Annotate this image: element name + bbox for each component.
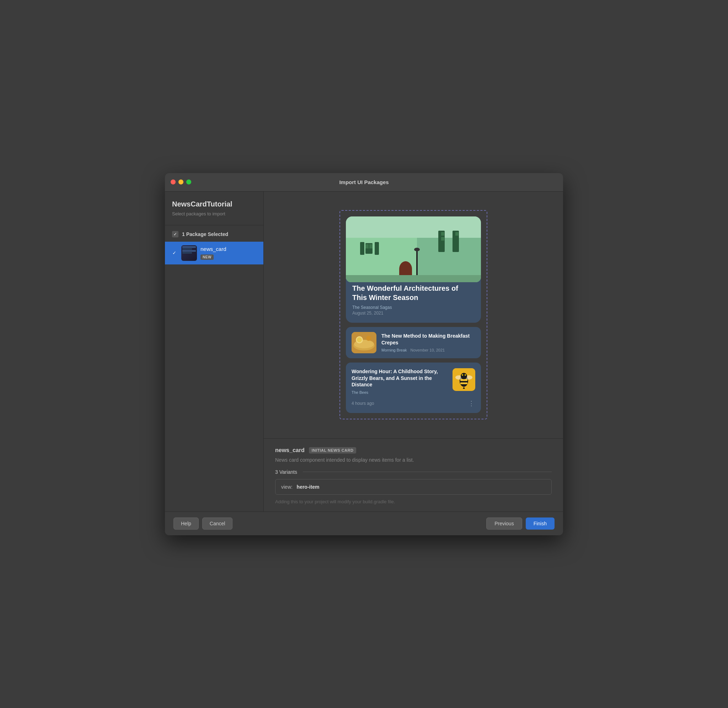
info-variant-box: view: hero-item	[275, 479, 552, 495]
minimize-button[interactable]	[178, 180, 183, 184]
item-name: news_card	[200, 246, 258, 252]
maximize-button[interactable]	[186, 180, 191, 184]
finish-button[interactable]: Finish	[526, 518, 554, 530]
cancel-button[interactable]: Cancel	[202, 518, 233, 530]
bottom-card-text: Wondering Hour: A Childhood Story, Grizz…	[352, 368, 448, 395]
svg-rect-16	[455, 232, 458, 236]
info-note: Adding this to your project will modify …	[275, 499, 552, 504]
middle-card-thumbnail	[352, 332, 376, 353]
thumb-line-2	[182, 248, 192, 250]
hero-card: The Wonderful Architectures of This Wint…	[346, 216, 481, 323]
preview-dashed-border: The Wonderful Architectures of This Wint…	[339, 210, 487, 420]
sidebar: NewsCardTutorial Select packages to impo…	[165, 192, 264, 511]
main-panel: The Wonderful Architectures of This Wint…	[264, 192, 563, 511]
bottom-card-title: Wondering Hour: A Childhood Story, Grizz…	[352, 368, 448, 389]
preview-area: The Wonderful Architectures of This Wint…	[264, 192, 563, 438]
svg-point-33	[462, 374, 463, 376]
info-panel: news_card INITIAL NEWS CARD News card co…	[264, 438, 563, 511]
svg-point-32	[461, 373, 467, 379]
middle-card-date: November 10, 2021	[410, 348, 445, 352]
bottom-card-time: 4 hours ago	[352, 401, 374, 406]
thumb-inner	[181, 245, 197, 261]
info-package-name: news_card	[275, 447, 305, 454]
svg-rect-14	[441, 232, 444, 236]
hero-card-date: August 25, 2021	[346, 310, 481, 316]
svg-rect-9	[375, 242, 379, 255]
footer: Help Cancel Previous Finish	[165, 511, 563, 535]
svg-point-18	[414, 248, 420, 251]
package-selected-row: ✓ 1 Package Selected	[165, 231, 263, 237]
item-thumbnail	[181, 245, 197, 261]
sidebar-subtitle: Select packages to import	[165, 211, 263, 216]
svg-rect-7	[369, 244, 373, 248]
thumb-line-3	[182, 250, 196, 252]
middle-card-source: Morning Break	[381, 348, 407, 352]
news-card-container: The Wonderful Architectures of This Wint…	[346, 216, 481, 413]
svg-rect-15	[441, 237, 444, 241]
middle-card-meta: Morning Break November 10, 2021	[381, 348, 475, 352]
content-area: NewsCardTutorial Select packages to impo…	[165, 192, 563, 511]
thumb-line-4	[182, 252, 192, 254]
variants-divider	[303, 472, 552, 472]
hero-card-source: The Seasonal Sagas	[346, 305, 481, 310]
hero-image	[346, 216, 481, 282]
svg-point-34	[465, 374, 466, 376]
hero-card-title: The Wonderful Architectures of This Wint…	[346, 284, 481, 302]
middle-card: The New Method to Making Breakfast Crepe…	[346, 327, 481, 358]
bee-svg	[452, 368, 475, 391]
svg-point-24	[357, 337, 362, 342]
help-button[interactable]: Help	[174, 518, 199, 530]
svg-rect-8	[360, 242, 364, 255]
bottom-card-top: Wondering Hour: A Childhood Story, Grizz…	[352, 368, 475, 395]
svg-rect-6	[365, 244, 368, 248]
package-selected-checkbox[interactable]: ✓	[172, 231, 178, 237]
package-selected-label: 1 Package Selected	[182, 231, 228, 237]
new-badge: NEW	[200, 254, 214, 260]
svg-point-25	[366, 336, 371, 341]
crepe-svg	[352, 332, 376, 353]
variant-label: view:	[281, 484, 293, 490]
variant-view-value: hero-item	[297, 484, 319, 490]
main-window: Import UI Packages NewsCardTutorial Sele…	[165, 173, 563, 535]
bottom-card-footer: 4 hours ago ⋮	[352, 399, 475, 407]
middle-card-info: The New Method to Making Breakfast Crepe…	[381, 333, 475, 352]
sidebar-divider	[165, 225, 263, 225]
footer-right: Previous Finish	[486, 518, 554, 530]
item-check-icon: ✓	[171, 250, 178, 255]
svg-rect-29	[460, 382, 467, 384]
previous-button[interactable]: Previous	[486, 518, 522, 530]
item-info: news_card NEW	[200, 246, 258, 260]
project-name: NewsCardTutorial	[165, 200, 263, 208]
svg-rect-19	[346, 275, 481, 282]
info-description: News card component intended to display …	[275, 457, 552, 463]
footer-left: Help Cancel	[174, 518, 232, 530]
titlebar: Import UI Packages	[165, 173, 563, 192]
variants-label: 3 Variants	[275, 469, 297, 475]
more-options-icon[interactable]: ⋮	[468, 399, 475, 407]
bottom-card-thumbnail	[452, 368, 475, 391]
close-button[interactable]	[171, 180, 175, 184]
info-variants-row: 3 Variants	[275, 469, 552, 475]
window-title: Import UI Packages	[339, 179, 389, 185]
sidebar-item-news-card[interactable]: ✓ news_card NEW	[165, 242, 263, 264]
thumb-line-1	[182, 246, 196, 248]
bottom-card-source: The Bees	[352, 390, 448, 395]
variant-view-label: view: hero-item	[281, 484, 319, 490]
middle-card-title: The New Method to Making Breakfast Crepe…	[381, 333, 475, 345]
window-controls	[171, 180, 191, 184]
info-tag: INITIAL NEWS CARD	[309, 447, 357, 454]
info-header: news_card INITIAL NEWS CARD	[275, 447, 552, 454]
bottom-card: Wondering Hour: A Childhood Story, Grizz…	[346, 363, 481, 413]
